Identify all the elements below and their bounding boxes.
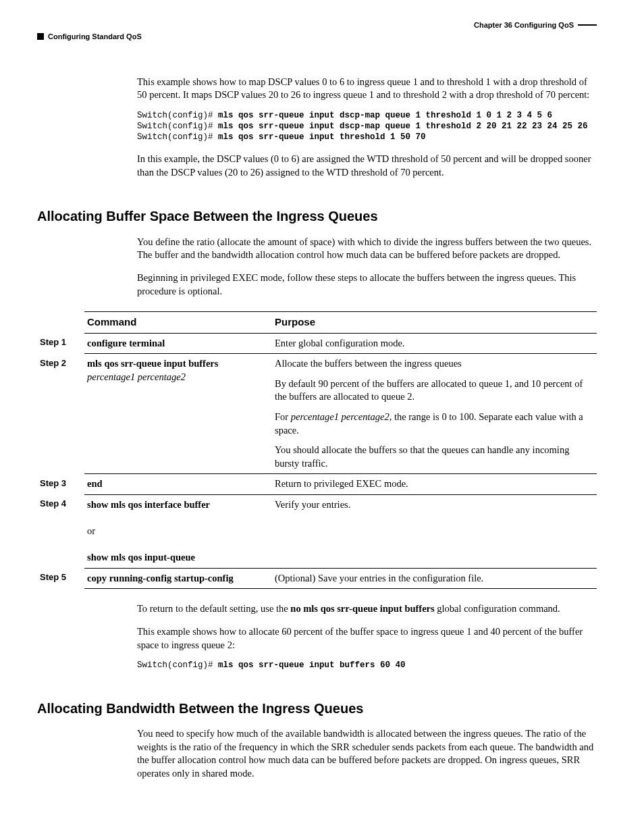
code-example-1: Switch(config)# mls qos srr-queue input … [137,110,597,143]
table-row: Step 1 configure terminal Enter global c… [37,333,597,354]
purpose-cell: Return to privileged EXEC mode. [272,474,597,495]
sec1-after-1: To return to the default setting, use th… [137,602,597,616]
command-cell: copy running-config startup-config [84,568,272,589]
purpose-cell: Verify your entries. [272,494,597,568]
command-cell: mls qos srr-queue input buffers percenta… [84,354,272,474]
step-label: Step 3 [37,474,84,495]
table-header-command: Command [84,312,272,333]
step-label: Step 1 [37,333,84,354]
page-header: Chapter 36 Configuring QoS [37,20,597,30]
intro-paragraph-2: In this example, the DSCP values (0 to 6… [137,153,597,179]
intro-paragraph-1: This example shows how to map DSCP value… [137,76,597,102]
table-header-purpose: Purpose [272,312,597,333]
purpose-cell: Enter global configuration mode. [272,333,597,354]
step-label: Step 4 [37,494,84,568]
chapter-label: Chapter 36 Configuring QoS [474,20,597,30]
command-cell: end [84,474,272,495]
table-row: Step 2 mls qos srr-queue input buffers p… [37,354,597,474]
heading-buffer-space: Allocating Buffer Space Between the Ingr… [37,207,597,226]
purpose-cell: (Optional) Save your entries in the conf… [272,568,597,589]
steps-table: Command Purpose Step 1 configure termina… [37,311,597,589]
step-label: Step 5 [37,568,84,589]
table-row: Step 4 show mls qos interface buffer or … [37,494,597,568]
code-example-2: Switch(config)# mls qos srr-queue input … [137,660,597,671]
table-row: Step 5 copy running-config startup-confi… [37,568,597,589]
sec1-paragraph-1: You define the ratio (allocate the amoun… [137,236,597,262]
table-row: Step 3 end Return to privileged EXEC mod… [37,474,597,495]
sec1-paragraph-2: Beginning in privileged EXEC mode, follo… [137,271,597,298]
heading-bandwidth: Allocating Bandwidth Between the Ingress… [37,700,597,718]
purpose-cell: Allocate the buffers between the ingress… [272,354,597,474]
command-cell: show mls qos interface buffer or show ml… [84,494,272,568]
sec1-after-2: This example shows how to allocate 60 pe… [137,625,597,652]
step-label: Step 2 [37,354,84,474]
sec2-paragraph-1: You need to specify how much of the avai… [137,727,597,780]
command-cell: configure terminal [84,333,272,354]
section-label: Configuring Standard QoS [37,32,597,42]
